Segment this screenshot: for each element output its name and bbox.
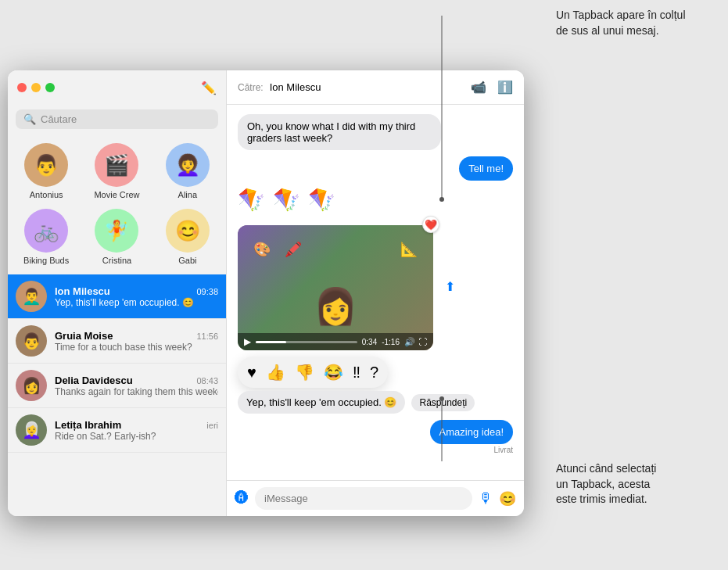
progress-fill [256, 341, 286, 343]
message-input[interactable] [255, 487, 472, 510]
video-container: 🎨 🖍️ 📐 👩 ▶ 0:34 -1:16 [238, 225, 433, 350]
titlebar: ✏️ [8, 70, 226, 105]
message-bubble-kites: 🪁 🪁 🪁 [238, 187, 513, 216]
conv-name-letitia-ibrahim: Letița Ibrahim [55, 419, 121, 431]
conv-info-letitia-ibrahim: Letița Ibrahim ieri Ride on Sat.? Early-… [55, 419, 218, 442]
avatar-movie-crew: 🎬 [95, 143, 138, 187]
avatar-antonius: 👨 [24, 143, 68, 187]
tapback-heart[interactable]: ♥ [246, 362, 258, 383]
tapback-badge: ❤️ [422, 216, 439, 233]
conv-item-letitia-ibrahim[interactable]: 👩‍🦳 Letița Ibrahim ieri Ride on Sat.? Ea… [8, 408, 226, 453]
kites-row: 🪁 🪁 🪁 [238, 187, 335, 213]
conv-avatar-gruia-moise: 👨 [16, 325, 47, 357]
search-bar[interactable]: 🔍 Căutare [16, 109, 218, 129]
compose-icon[interactable]: ✏️ [201, 81, 217, 95]
conv-name-gruia-moise: Gruia Moise [55, 330, 113, 342]
conv-info-ion-milescu: Ion Milescu 09:38 Yep, this'll keep 'em … [55, 285, 218, 308]
avatar-cristina: 🧚 [95, 209, 138, 253]
conv-preview-gruia-moise: Time for a touch base this week? [55, 342, 218, 353]
annotation-top: Un Tapback apare în colțulde sus al unui… [556, 8, 712, 38]
video-icons: 🔊 ⛶ [404, 337, 427, 347]
action-row: Yep, this'll keep 'em occupied. 😊 Răspun… [238, 391, 475, 414]
info-icon[interactable]: ℹ️ [497, 80, 513, 95]
conv-avatar-ion-milescu: 👨‍🦱 [16, 281, 47, 312]
audio-waveform-icon[interactable]: 🎙 [479, 490, 493, 507]
conv-name-delia-davidescu: Delia Davidescu [55, 375, 133, 386]
pinned-label-alina: Alina [178, 190, 197, 199]
messages-window: ✏️ 🔍 Căutare 👨 Antonius 🎬 Movie Crew 👩‍🦱… [8, 70, 524, 516]
conv-header-ion-milescu: Ion Milescu 09:38 [55, 285, 218, 297]
pinned-label-gabi: Gabi [178, 256, 196, 265]
tapback-haha[interactable]: 😂 [322, 361, 345, 383]
tapback-popup: ♥ 👍 👎 😂 ‼ ? [238, 357, 388, 388]
tapback-exclaim[interactable]: ‼ [351, 362, 362, 383]
chat-header-icons: 📹 ℹ️ [471, 80, 513, 95]
pinned-item-cristina[interactable]: 🧚 Cristina [83, 206, 150, 268]
conv-header-gruia-moise: Gruia Moise 11:56 [55, 330, 218, 342]
pinned-item-alina[interactable]: 👩‍🦱 Alina [154, 140, 221, 203]
conv-item-ion-milescu[interactable]: 👨‍🦱 Ion Milescu 09:38 Yep, this'll keep … [8, 274, 226, 319]
conv-preview-delia-davidescu: Thanks again for taking them this weeken… [55, 386, 218, 397]
chat-contact-name: Ion Milescu [270, 81, 321, 93]
progress-bar[interactable] [256, 341, 357, 343]
avatar-gabi: 😊 [166, 209, 210, 253]
play-icon[interactable]: ▶ [244, 336, 251, 347]
chat-area: Către: Ion Milescu 📹 ℹ️ Oh, you know wha… [227, 70, 524, 516]
tapback-context: ♥ 👍 👎 😂 ‼ ? Yep, this'll keep 'em occupi… [238, 357, 513, 414]
minimize-button[interactable] [31, 83, 41, 92]
chat-messages: Oh, you know what I did with my third gr… [227, 105, 524, 480]
chat-input-bar: 🅐 🎙 😊 [227, 480, 524, 516]
search-placeholder: Căutare [41, 113, 77, 125]
tapback-question[interactable]: ? [368, 362, 380, 383]
chat-header: Către: Ion Milescu 📹 ℹ️ [227, 70, 524, 105]
conversation-list: 👨‍🦱 Ion Milescu 09:38 Yep, this'll keep … [8, 274, 226, 516]
bubble-text-amazing: Amazing idea! [430, 420, 513, 444]
fullscreen-button[interactable] [45, 83, 55, 92]
conv-header-letitia-ibrahim: Letița Ibrahim ieri [55, 419, 218, 431]
tapback-thumbsup[interactable]: 👍 [264, 361, 287, 383]
time-remaining: -1:16 [382, 338, 400, 346]
conv-item-gruia-moise[interactable]: 👨 Gruia Moise 11:56 Time for a touch bas… [8, 319, 226, 364]
message-status: Livrat [494, 446, 513, 454]
tapback-reaction: ❤️ [425, 219, 437, 231]
close-button[interactable] [17, 83, 27, 92]
conv-avatar-letitia-ibrahim: 👩‍🦳 [16, 414, 47, 446]
annotation-top-text: Un Tapback apare în colțulde sus al unui… [556, 9, 686, 37]
sidebar: ✏️ 🔍 Căutare 👨 Antonius 🎬 Movie Crew 👩‍🦱… [8, 70, 227, 516]
search-icon: 🔍 [23, 113, 36, 125]
pinned-label-movie-crew: Movie Crew [94, 190, 139, 199]
kite-1: 🪁 [238, 187, 265, 213]
pinned-grid: 👨 Antonius 🎬 Movie Crew 👩‍🦱 Alina 🚲 Biki… [8, 134, 226, 274]
respond-button[interactable]: Răspundeți [411, 394, 475, 411]
tapback-source-message: Yep, this'll keep 'em occupied. 😊 [238, 391, 405, 414]
pinned-item-biking-buds[interactable]: 🚲 Biking Buds [13, 206, 80, 268]
annotation-bottom: Atunci când selectațiun Tapback, acestae… [556, 461, 712, 507]
conv-header-delia-davidescu: Delia Davidescu 08:43 [55, 375, 218, 386]
conv-preview-ion-milescu: Yep, this'll keep 'em occupied. 😊 [55, 297, 218, 308]
pinned-item-antonius[interactable]: 👨 Antonius [13, 140, 80, 203]
conv-info-delia-davidescu: Delia Davidescu 08:43 Thanks again for t… [55, 375, 218, 397]
avatar-alina: 👩‍🦱 [166, 143, 210, 187]
video-call-icon[interactable]: 📹 [471, 80, 486, 95]
conv-avatar-delia-davidescu: 👩 [16, 370, 47, 401]
speaker-icon[interactable]: 🔊 [404, 337, 415, 347]
message-bubble-outgoing-1: Tell me! [238, 156, 513, 181]
fullscreen-icon[interactable]: ⛶ [418, 337, 427, 347]
conv-time-letitia-ibrahim: ieri [206, 421, 218, 430]
annotation-bottom-text: Atunci când selectațiun Tapback, acestae… [556, 462, 656, 505]
to-label: Către: [238, 82, 264, 93]
bubble-text-2: Tell me! [459, 156, 513, 181]
conv-item-delia-davidescu[interactable]: 👩 Delia Davidescu 08:43 Thanks again for… [8, 364, 226, 408]
pinned-item-movie-crew[interactable]: 🎬 Movie Crew [83, 140, 150, 203]
emoji-icon[interactable]: 😊 [499, 490, 516, 507]
message-bubble-video: 🎨 🖍️ 📐 👩 ▶ 0:34 -1:16 [238, 222, 513, 350]
app-store-icon[interactable]: 🅐 [235, 490, 249, 507]
video-thumbnail: 🎨 🖍️ 📐 👩 [238, 225, 433, 350]
conv-time-ion-milescu: 09:38 [196, 287, 218, 296]
pinned-item-gabi[interactable]: 😊 Gabi [154, 206, 221, 268]
traffic-lights [17, 83, 55, 92]
tapback-thumbsdown[interactable]: 👎 [293, 361, 316, 383]
share-icon[interactable]: ⬆ [445, 279, 455, 294]
pinned-label-biking-buds: Biking Buds [23, 256, 69, 265]
bubble-text-1: Oh, you know what I did with my third gr… [238, 114, 441, 150]
